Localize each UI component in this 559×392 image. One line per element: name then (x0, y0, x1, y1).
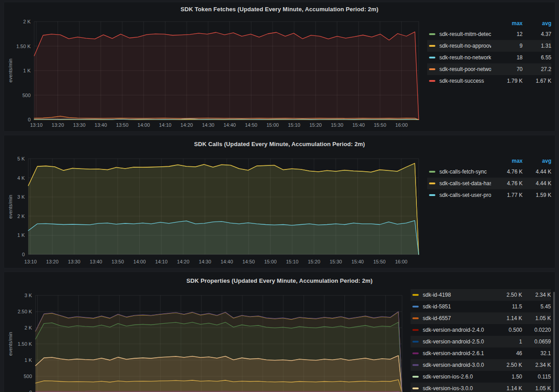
legend-series-name[interactable]: sdk-result-no-approov (439, 43, 491, 49)
legend-series-name[interactable]: sdk-calls-fetch-sync (439, 169, 491, 175)
legend-series-name[interactable]: sdk-version-android-3.0.0 (423, 362, 491, 368)
legend-row[interactable]: sdk-version-android-2.6.14632.1 (411, 347, 551, 359)
legend-series-name[interactable]: sdk-result-poor-network (439, 66, 491, 72)
legend-series-name[interactable]: sdk-version-ios-2.6.0 (423, 374, 491, 380)
legend-header-max[interactable]: max (491, 158, 523, 164)
legend-series-name[interactable]: sdk-result-success (439, 78, 491, 84)
legend-max-value: 46 (491, 350, 522, 356)
legend-max-value: 70 (491, 66, 523, 72)
legend-max-value: 4.76 K (491, 180, 523, 187)
legend-series-name[interactable]: sdk-version-android-2.4.0 (423, 327, 491, 333)
legend-color-swatch[interactable] (412, 376, 419, 378)
timeseries-chart[interactable]: 2 K1.50 K1 K500013:1013:2013:3013:4013:5… (4, 2, 425, 132)
legend-row[interactable]: sdk-version-android-2.4.00.5000.0220 (411, 324, 551, 336)
legend-color-swatch[interactable] (429, 80, 435, 82)
x-tick-label: 15:40 (351, 259, 364, 264)
legend-max-value: 1.14 K (491, 315, 522, 321)
legend-series-name[interactable]: sdk-id-4198 (423, 292, 491, 298)
legend-header: maxavg (427, 156, 551, 166)
legend-color-swatch[interactable] (412, 294, 419, 296)
x-tick-label: 15:00 (264, 259, 277, 264)
legend-max-value: 11.5 (491, 303, 522, 310)
legend-series-name[interactable]: sdk-version-ios-3.0.0 (423, 385, 491, 392)
legend-row[interactable]: sdk-calls-set-user-property1.77 K1.59 K (427, 189, 551, 201)
legend-header-avg[interactable]: avg (523, 20, 551, 27)
y-tick-label: 0 (28, 117, 31, 122)
legend-row[interactable]: sdk-result-no-approov91.31 (427, 40, 551, 52)
legend-max-value: 18 (491, 54, 523, 61)
legend-row[interactable]: sdk-result-success1.79 K1.67 K (427, 75, 551, 87)
y-tick-label: 3 K (24, 293, 32, 298)
legend-scrollbar[interactable] (553, 292, 555, 392)
legend-color-swatch[interactable] (429, 183, 435, 184)
legend-row[interactable]: sdk-result-mitm-detected124.37 (427, 28, 551, 40)
legend-max-value: 2.50 K (491, 362, 522, 368)
x-tick-label: 14:30 (199, 259, 211, 264)
x-tick-label: 14:10 (155, 259, 168, 264)
legend-color-swatch[interactable] (412, 352, 419, 354)
y-tick-label: 4 K (17, 175, 25, 181)
legend-color-swatch[interactable] (429, 33, 435, 35)
legend-row[interactable]: sdk-version-android-2.5.010.0659 (411, 336, 551, 347)
legend-color-swatch[interactable] (429, 45, 435, 47)
y-axis-label: events/min (8, 332, 13, 356)
y-axis-label: events/min (8, 195, 13, 218)
legend-series-name[interactable]: sdk-calls-set-user-property (439, 192, 491, 198)
legend-header-avg[interactable]: avg (523, 158, 551, 164)
legend-row[interactable]: sdk-id-41982.50 K2.34 K (411, 289, 551, 301)
x-tick-label: 14:10 (159, 122, 172, 128)
timeseries-chart[interactable]: 5 K4 K3 K2 K1 K013:1013:2013:3013:4013:5… (4, 135, 425, 268)
x-tick-label: 15:50 (374, 122, 386, 128)
legend-color-swatch[interactable] (429, 68, 435, 70)
x-tick-label: 14:50 (242, 259, 255, 264)
legend-row[interactable]: sdk-id-585111.55.45 (411, 301, 551, 312)
legend-row[interactable]: sdk-calls-set-data-hash4.76 K4.44 K (427, 178, 551, 189)
legend-color-swatch[interactable] (429, 57, 435, 58)
legend-max-value: 1.79 K (491, 78, 523, 84)
legend-series-name[interactable]: sdk-id-5851 (423, 303, 491, 310)
timeseries-chart[interactable]: 3 K2.50 K2 K1.50 K1 K5000 (4, 272, 425, 392)
panel-body: 2 K1.50 K1 K500013:1013:2013:3013:4013:5… (4, 2, 555, 131)
legend-color-swatch[interactable] (412, 317, 419, 319)
x-tick-label: 15:40 (352, 122, 365, 128)
legend-max-value: 12 (491, 31, 523, 37)
legend-color-swatch[interactable] (429, 194, 435, 196)
legend-row[interactable]: sdk-version-android-3.0.02.50 K2.34 K (411, 359, 551, 371)
panel-body: 3 K2.50 K2 K1.50 K1 K5000events/minsdk-i… (4, 272, 555, 392)
legend-row[interactable]: sdk-version-ios-2.6.01.500.115 (411, 371, 551, 383)
y-tick-label: 2.50 K (18, 309, 32, 314)
legend-color-swatch[interactable] (412, 388, 419, 389)
legend-avg-value: 1.05 K (522, 385, 551, 392)
legend-series-name[interactable]: sdk-calls-set-data-hash (439, 180, 491, 187)
legend-color-swatch[interactable] (412, 364, 419, 366)
legend-series-name[interactable]: sdk-result-no-network (439, 54, 491, 61)
x-tick-label: 14:20 (177, 259, 190, 264)
x-tick-label: 15:20 (308, 259, 320, 264)
legend-max-value: 1.77 K (491, 192, 523, 198)
legend-color-swatch[interactable] (412, 341, 419, 343)
legend-header-max[interactable]: max (491, 20, 523, 27)
legend-series-name[interactable]: sdk-result-mitm-detected (439, 31, 491, 37)
legend-row[interactable]: sdk-result-poor-network7027.2 (427, 63, 551, 75)
legend-series-name[interactable]: sdk-version-android-2.6.1 (423, 350, 491, 356)
x-tick-label: 13:10 (24, 259, 37, 264)
panel-body: 5 K4 K3 K2 K1 K013:1013:2013:3013:4013:5… (4, 135, 555, 268)
legend-row[interactable]: sdk-calls-fetch-sync4.76 K4.44 K (427, 166, 551, 178)
legend-row[interactable]: sdk-result-no-network186.55 (427, 52, 551, 63)
x-tick-label: 13:10 (30, 122, 43, 128)
legend-color-swatch[interactable] (412, 329, 419, 331)
y-tick-label: 2 K (23, 19, 31, 24)
x-tick-label: 15:10 (288, 122, 300, 128)
x-tick-label: 15:20 (309, 122, 322, 128)
legend-color-swatch[interactable] (429, 171, 435, 173)
legend-series-name[interactable]: sdk-version-android-2.5.0 (423, 339, 491, 345)
x-tick-label: 13:20 (52, 122, 64, 128)
legend-row[interactable]: sdk-version-ios-3.0.01.14 K1.05 K (411, 383, 551, 392)
legend-color-swatch[interactable] (412, 306, 419, 307)
legend-row[interactable]: sdk-id-65571.14 K1.05 K (411, 312, 551, 324)
legend-avg-value: 2.34 K (522, 292, 551, 298)
legend-series-name[interactable]: sdk-id-6557 (423, 315, 491, 321)
legend-header: maxavg (427, 18, 551, 28)
panel-sdk-token-fetches: SDK Token Fetches (Updated Every Minute,… (4, 2, 555, 132)
legend-avg-value: 0.0220 (522, 327, 551, 333)
